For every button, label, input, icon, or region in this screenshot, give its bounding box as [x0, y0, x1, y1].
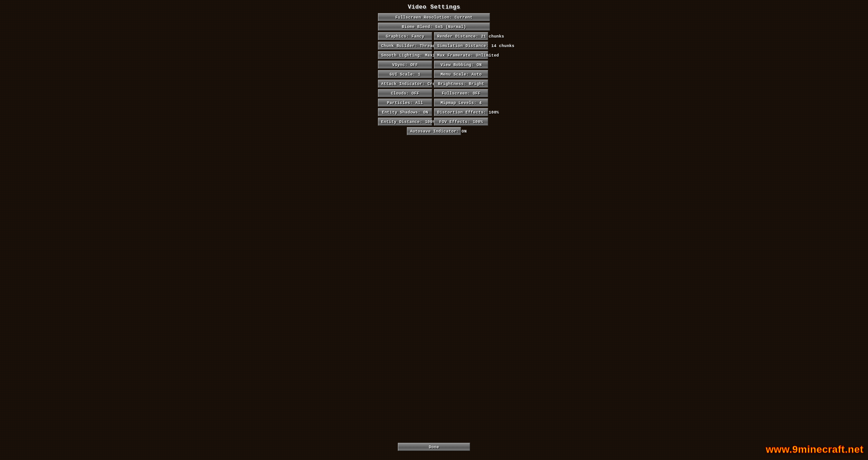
- biome-blend-button[interactable]: Biome Blend: 5x5 (Normal): [378, 23, 490, 31]
- fov-effects-button[interactable]: FOV Effects: 100%: [434, 118, 488, 126]
- max-framerate-button[interactable]: Max Framerate: Unlimited: [434, 51, 488, 59]
- attack-indicator-button[interactable]: Attack Indicator: Crosshair: [378, 80, 432, 88]
- clouds-button[interactable]: Clouds: OFF: [378, 89, 432, 97]
- graphics-button[interactable]: Graphics: Fancy: [378, 32, 432, 40]
- particles-button[interactable]: Particles: All: [378, 99, 432, 107]
- particles-mipmap-row: Particles: All Mipmap Levels: 4: [378, 99, 490, 107]
- entity-distance-button[interactable]: Entity Distance: 100%: [378, 118, 432, 126]
- fullscreen-button[interactable]: Fullscreen: OFF: [434, 89, 488, 97]
- gui-menu-scale-row: GUI Scale: 1 Menu Scale: Auto: [378, 70, 490, 78]
- render-distance-button[interactable]: Render Distance: 21 chunks: [434, 32, 488, 40]
- vsync-bobbing-row: VSync: OFF View Bobbing: ON: [378, 61, 490, 69]
- page-title: Video Settings: [408, 4, 460, 10]
- distortion-effects-button[interactable]: Distortion Effects: 100%: [434, 108, 488, 116]
- settings-container: Fullscreen Resolution: Current Biome Ble…: [375, 13, 493, 135]
- done-button-container: Done: [398, 442, 470, 451]
- entity-distance-fov-row: Entity Distance: 100% FOV Effects: 100%: [378, 118, 490, 126]
- smooth-framerate-row: Smooth Lighting: Maximum Max Framerate: …: [378, 51, 490, 59]
- entity-shadows-distortion-row: Entity Shadows: ON Distortion Effects: 1…: [378, 108, 490, 116]
- autosave-indicator-button[interactable]: Autosave Indicator: ON: [407, 127, 461, 135]
- mipmap-levels-button[interactable]: Mipmap Levels: 4: [434, 99, 488, 107]
- view-bobbing-button[interactable]: View Bobbing: ON: [434, 61, 488, 69]
- fullscreen-resolution-button[interactable]: Fullscreen Resolution: Current: [378, 13, 490, 21]
- chunk-builder-button[interactable]: Chunk Builder: Threaded: [378, 42, 432, 50]
- gui-scale-button[interactable]: GUI Scale: 1: [378, 70, 432, 78]
- brightness-button[interactable]: Brightness: Bright: [434, 80, 488, 88]
- graphics-render-row: Graphics: Fancy Render Distance: 21 chun…: [378, 32, 490, 40]
- attack-brightness-row: Attack Indicator: Crosshair Brightness: …: [378, 80, 490, 88]
- entity-shadows-button[interactable]: Entity Shadows: ON: [378, 108, 432, 116]
- menu-scale-button[interactable]: Menu Scale: Auto: [434, 70, 488, 78]
- smooth-lighting-button[interactable]: Smooth Lighting: Maximum: [378, 51, 432, 59]
- clouds-fullscreen-row: Clouds: OFF Fullscreen: OFF: [378, 89, 490, 97]
- simulation-distance-button[interactable]: Simulation Distance: 14 chunks: [434, 42, 488, 50]
- done-button[interactable]: Done: [398, 443, 470, 451]
- watermark: www.9minecraft.net: [766, 444, 863, 455]
- chunk-simulation-row: Chunk Builder: Threaded Simulation Dista…: [378, 42, 490, 50]
- vsync-button[interactable]: VSync: OFF: [378, 61, 432, 69]
